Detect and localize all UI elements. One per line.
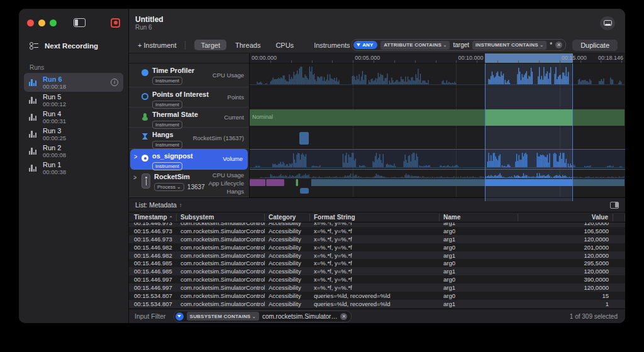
- table-row[interactable]: 00:15.446.973com.rocketsim.SimulatorCont…: [129, 227, 625, 235]
- minimize-button[interactable]: [38, 19, 45, 26]
- attribute-filter-value[interactable]: target: [453, 41, 469, 48]
- table-row[interactable]: 00:15.446.973com.rocketsim.SimulatorCont…: [129, 223, 625, 227]
- track-title: RocketSim: [154, 173, 205, 181]
- ruler-tick: [436, 60, 436, 63]
- run-list-item[interactable]: Run 400:00:31: [24, 109, 123, 126]
- inspector-toggle-icon[interactable]: [610, 202, 619, 209]
- run-time: 00:00:31: [43, 118, 66, 124]
- input-filter-field[interactable]: SUBSYSTEM CONTAINS ⌄ com.rocketsim.Simul…: [174, 311, 352, 322]
- table-row[interactable]: 00:15.446.973com.rocketsim.SimulatorCont…: [129, 235, 625, 243]
- table-row[interactable]: 00:15.446.985com.rocketsim.SimulatorCont…: [129, 267, 625, 275]
- table-row[interactable]: 00:15.446.985com.rocketsim.SimulatorCont…: [129, 259, 625, 267]
- ruler-tick: [312, 60, 313, 63]
- track-row-os-signpost[interactable]: >os_signpostInstrumentVolume: [130, 149, 248, 170]
- cell-format-string: x=%.*f, y=%.*f: [310, 268, 440, 275]
- table-row[interactable]: 00:15.446.982com.rocketsim.SimulatorCont…: [129, 251, 625, 260]
- track-row-rocketsim[interactable]: >RocketSimProcess ⌄13637CPU UsageApp Lif…: [129, 170, 249, 197]
- column-header-category[interactable]: Category: [265, 214, 310, 221]
- sidebar-item-next-recording[interactable]: Next Recording: [19, 36, 128, 55]
- sidebar-toggle-icon[interactable]: [74, 18, 86, 27]
- column-header-gutter: [613, 214, 625, 221]
- track-right-label: CPU Usage: [213, 72, 244, 79]
- track-label-column: Time ProfilerInstrumentCPU UsagePoints o…: [129, 53, 250, 197]
- track-badge[interactable]: Process ⌄: [154, 183, 184, 191]
- cell-value: 120,0000: [518, 268, 613, 275]
- run-list-item[interactable]: Run 500:00:12: [24, 92, 123, 109]
- track-row-time-profiler[interactable]: Time ProfilerInstrumentCPU Usage: [129, 63, 249, 87]
- add-instrument-button[interactable]: + Instrument: [138, 41, 176, 49]
- track-badge[interactable]: Instrument: [152, 77, 182, 85]
- signpost-icon: [142, 155, 148, 162]
- run-list-item[interactable]: Run 300:00:25: [24, 126, 123, 143]
- instrument-filter-value[interactable]: *: [550, 41, 552, 48]
- input-filter-value[interactable]: com.rocketsim.Simulator…: [262, 313, 337, 320]
- table-row[interactable]: 00:15.534.807com.rocketsim.SimulatorCont…: [129, 292, 625, 300]
- run-list-item[interactable]: Run 600:00:18i: [24, 73, 123, 92]
- strategy-tab-threads[interactable]: Threads: [229, 40, 267, 50]
- hang-interval-block[interactable]: [299, 132, 308, 145]
- track-right-label: App Lifecycle: [208, 180, 244, 187]
- document-title-block: Untitled Run 6: [135, 15, 164, 31]
- filter-any-pill[interactable]: ANY: [353, 41, 377, 49]
- close-button[interactable]: [27, 19, 34, 26]
- ruler-tick: [353, 60, 353, 63]
- run-list-item[interactable]: Run 100:00:38: [24, 160, 123, 177]
- attribute-contains-dropdown[interactable]: ATTRIBUTE CONTAINS ⌄: [380, 41, 450, 50]
- column-header-value[interactable]: Value: [518, 214, 613, 221]
- info-icon[interactable]: i: [111, 79, 118, 86]
- disclosure-chevron-icon[interactable]: >: [134, 153, 137, 161]
- time-ruler[interactable]: 00:00.00000:05.00000:10.00000:15.00000:1…: [250, 53, 625, 63]
- timeline-gridline: [456, 87, 457, 107]
- cell-category: Accessibility: [265, 223, 310, 226]
- table-row[interactable]: 00:15.534.807com.rocketsim.SimulatorCont…: [129, 300, 625, 308]
- runs-list: Run 600:00:18iRun 500:00:12Run 400:00:31…: [19, 73, 128, 177]
- time-selection[interactable]: [485, 63, 573, 201]
- track-right-labels: CPU Usage: [213, 63, 244, 87]
- duplicate-button[interactable]: Duplicate: [572, 40, 618, 51]
- ruler-tick: [539, 60, 540, 63]
- disclosure-chevron-icon[interactable]: >: [133, 173, 136, 182]
- cell-category: Accessibility: [265, 236, 310, 243]
- column-header-subsystem[interactable]: Subsystem: [177, 214, 265, 221]
- column-header-name[interactable]: Name: [440, 214, 518, 221]
- column-header-timestamp[interactable]: Timestamp⌃: [129, 214, 177, 221]
- cell-subsystem: com.rocketsim.SimulatorControl: [177, 260, 265, 267]
- clear-input-filter-icon[interactable]: ✕: [340, 313, 347, 320]
- cell-category: Accessibility: [265, 300, 310, 307]
- table-row[interactable]: 00:15.446.982com.rocketsim.SimulatorCont…: [129, 243, 625, 251]
- cell-subsystem: com.rocketsim.SimulatorControl: [177, 300, 265, 307]
- cell-format-string: x=%.*f, y=%.*f: [310, 260, 440, 267]
- table-row[interactable]: 00:15.446.997com.rocketsim.SimulatorCont…: [129, 275, 625, 283]
- cell-format-string: x=%.*f, y=%.*f: [310, 276, 440, 283]
- cell-value: 201,0000: [518, 244, 613, 251]
- track-filter-bar: ANY ATTRIBUTE CONTAINS ⌄ target INSTRUME…: [352, 39, 566, 51]
- subsystem-contains-tag[interactable]: SUBSYSTEM CONTAINS ⌄: [187, 312, 259, 321]
- track-title: Thermal State: [152, 111, 198, 119]
- detail-view-dropdown[interactable]: List: Metadata↕: [135, 201, 182, 209]
- cell-timestamp: 00:15.446.997: [129, 284, 177, 291]
- cell-format-string: queries=%ld, recovered=%ld: [310, 292, 440, 299]
- strategy-tab-cpus[interactable]: CPUs: [269, 40, 300, 50]
- screen: Next Recording Runs Run 600:00:18iRun 50…: [0, 0, 644, 352]
- strategy-tab-target[interactable]: Target: [194, 40, 226, 50]
- table-row[interactable]: 00:15.446.997com.rocketsim.SimulatorCont…: [129, 283, 625, 292]
- instruments-label[interactable]: Instruments: [314, 41, 350, 49]
- track-right-labels: Current: [224, 107, 244, 127]
- run-list-item[interactable]: Run 200:00:08: [24, 143, 123, 160]
- timeline[interactable]: 00:00.00000:05.00000:10.00000:15.00000:1…: [250, 53, 625, 197]
- column-header-format-string[interactable]: Format String: [310, 214, 440, 221]
- record-indicator-icon[interactable]: [111, 18, 120, 28]
- track-row-hangs[interactable]: HangsInstrumentRocketSim (13637): [129, 128, 249, 149]
- cell-format-string: x=%.*f, y=%.*f: [310, 228, 440, 234]
- zoom-button[interactable]: [50, 19, 57, 26]
- instrument-contains-dropdown[interactable]: INSTRUMENT CONTAINS ⌄: [472, 41, 547, 50]
- track-row-points-of-interest[interactable]: Points of InterestInstrumentPoints: [129, 87, 249, 107]
- display-settings-button[interactable]: [600, 16, 615, 30]
- cell-value: 295,5000: [518, 260, 613, 267]
- clear-filter-icon[interactable]: ✕: [555, 41, 562, 48]
- thermal-state-label: Nominal: [252, 114, 273, 120]
- track-area: Time ProfilerInstrumentCPU UsagePoints o…: [129, 53, 625, 198]
- track-badge[interactable]: Instrument: [152, 141, 182, 149]
- track-row-thermal-state[interactable]: Thermal StateInstrumentCurrent: [129, 107, 249, 128]
- ruler-time-label: 00:10.000: [458, 55, 483, 61]
